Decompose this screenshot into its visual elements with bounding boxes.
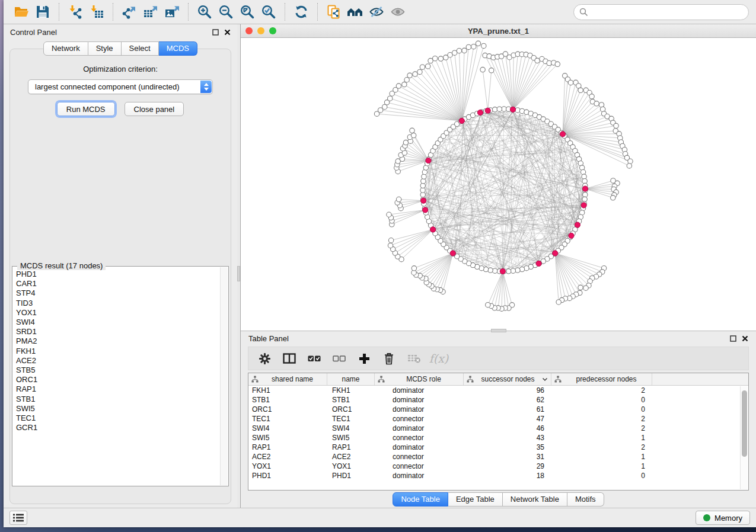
network-graph[interactable] [241, 38, 756, 331]
table-tab-edge-table[interactable]: Edge Table [448, 492, 503, 507]
table-scrollbar-thumb[interactable] [742, 390, 747, 457]
zoom-fit-button[interactable] [237, 2, 258, 21]
table-tab-node-table[interactable]: Node Table [393, 492, 448, 507]
table-cell[interactable]: 96 [464, 386, 551, 395]
zoom-out-button[interactable] [215, 2, 237, 21]
table-cell[interactable]: connector [375, 415, 464, 423]
table-cell[interactable]: RAP1 [248, 443, 327, 451]
table-cell[interactable]: 62 [464, 396, 551, 404]
show-column-panel-button[interactable] [277, 348, 302, 368]
mcds-result-item[interactable]: SWI5 [16, 404, 218, 414]
table-cell[interactable]: connector [375, 434, 464, 442]
table-cell[interactable]: 31 [464, 453, 551, 461]
hide-selected-button[interactable] [366, 2, 387, 21]
mcds-result-item[interactable]: STB1 [16, 395, 218, 404]
table-cell[interactable]: PHD1 [248, 472, 327, 480]
network-window-titlebar[interactable]: YPA_prune.txt_1 [241, 24, 756, 38]
table-row[interactable]: YOX1YOX1connector291 [248, 462, 748, 471]
table-row[interactable]: TEC1TEC1connector472 [248, 414, 748, 424]
clone-network-button[interactable] [323, 2, 344, 21]
table-cell[interactable]: TEC1 [327, 415, 375, 423]
table-cell[interactable]: STB1 [248, 396, 327, 404]
close-panel-icon[interactable] [224, 29, 231, 36]
delete-table-button[interactable] [401, 348, 426, 368]
mcds-result-item[interactable]: TID3 [16, 299, 218, 308]
column-header-predecessor-nodes[interactable]: predecessor nodes [551, 373, 652, 385]
table-row[interactable]: PHD1PHD1dominator180 [248, 471, 748, 480]
table-tab-motifs[interactable]: Motifs [567, 492, 604, 507]
table-cell[interactable]: 18 [464, 472, 551, 480]
float-table-panel-icon[interactable] [730, 335, 736, 342]
column-header-MCDS-role[interactable]: MCDS role [375, 373, 464, 385]
search-input[interactable] [592, 8, 743, 17]
mcds-result-item[interactable]: STP4 [16, 289, 218, 298]
export-network-button[interactable] [119, 2, 140, 21]
table-settings-button[interactable] [252, 348, 277, 368]
mcds-result-item[interactable]: YOX1 [16, 308, 218, 318]
panel-selector-button[interactable] [9, 511, 27, 525]
horizontal-splitter-handle[interactable] [491, 329, 506, 332]
table-cell[interactable]: connector [375, 462, 464, 470]
table-cell[interactable]: 1 [551, 462, 652, 470]
window-close-icon[interactable] [245, 27, 253, 34]
table-cell[interactable]: dominator [375, 386, 464, 395]
import-network-button[interactable] [65, 2, 86, 21]
table-cell[interactable]: dominator [375, 443, 464, 451]
mcds-result-item[interactable]: SWI4 [16, 318, 218, 327]
memory-button[interactable]: Memory [696, 511, 750, 525]
mcds-result-item[interactable]: STB5 [16, 366, 218, 375]
table-cell[interactable]: TEC1 [248, 415, 327, 423]
table-cell[interactable]: 1 [551, 453, 652, 461]
table-cell[interactable]: SWI5 [327, 434, 375, 442]
column-header-successor-nodes[interactable]: successor nodes [464, 373, 551, 385]
save-session-button[interactable] [32, 2, 53, 21]
tab-select[interactable]: Select [122, 41, 159, 56]
table-cell[interactable]: ACE2 [248, 453, 327, 461]
mcds-result-item[interactable]: ACE2 [16, 356, 218, 366]
window-zoom-icon[interactable] [269, 27, 276, 34]
column-header-shared-name[interactable]: shared name [248, 373, 327, 385]
criterion-dropdown[interactable]: largest connected component (undirected) [28, 79, 213, 94]
table-row[interactable]: RAP1RAP1dominator352 [248, 443, 748, 452]
show-all-button[interactable] [387, 2, 409, 21]
table-row[interactable]: SWI5SWI5connector431 [248, 433, 748, 443]
import-table-button[interactable] [86, 2, 107, 21]
table-cell[interactable]: 35 [464, 443, 551, 451]
table-cell[interactable]: FKH1 [248, 386, 327, 395]
table-cell[interactable]: dominator [375, 424, 464, 432]
network-canvas[interactable] [241, 38, 756, 331]
mcds-result-item[interactable]: RAP1 [16, 384, 218, 394]
search-box[interactable] [573, 4, 749, 20]
table-cell[interactable]: SWI5 [248, 434, 327, 442]
mcds-result-item[interactable]: ORC1 [16, 375, 218, 384]
mcds-result-item[interactable]: GCR1 [16, 423, 218, 432]
refresh-button[interactable] [291, 2, 312, 21]
zoom-in-button[interactable] [194, 2, 215, 21]
table-cell[interactable]: dominator [375, 405, 464, 414]
table-cell[interactable]: RAP1 [327, 443, 375, 451]
mcds-result-item[interactable]: CAR1 [16, 279, 218, 289]
table-cell[interactable]: 2 [551, 415, 652, 423]
window-minimize-icon[interactable] [257, 27, 264, 34]
column-header-name[interactable]: name [327, 373, 375, 385]
mcds-result-item[interactable]: FKH1 [16, 347, 218, 356]
mcds-result-item[interactable]: PMA2 [16, 336, 218, 346]
tab-network[interactable]: Network [43, 41, 88, 56]
add-row-button[interactable] [352, 348, 377, 368]
table-cell[interactable]: dominator [375, 472, 464, 480]
apply-function-button[interactable]: f(x) [426, 348, 451, 368]
export-image-button[interactable] [161, 2, 183, 21]
table-scrollbar[interactable] [740, 386, 748, 489]
table-cell[interactable]: 0 [551, 405, 652, 414]
table-cell[interactable]: YOX1 [327, 462, 375, 470]
table-cell[interactable]: YOX1 [248, 462, 327, 470]
first-neighbors-button[interactable] [344, 2, 366, 21]
splitter-handle-icon[interactable] [237, 266, 240, 281]
table-row[interactable]: ORC1ORC1dominator610 [248, 405, 748, 414]
close-panel-button[interactable]: Close panel [125, 102, 184, 116]
table-cell[interactable]: SWI4 [248, 424, 327, 432]
table-cell[interactable]: 43 [464, 434, 551, 442]
table-cell[interactable]: FKH1 [327, 386, 375, 395]
mcds-result-list[interactable]: PHD1CAR1STP4TID3YOX1SWI4SRD1PMA2FKH1ACE2… [16, 270, 218, 485]
table-row[interactable]: SWI4SWI4dominator462 [248, 424, 748, 433]
